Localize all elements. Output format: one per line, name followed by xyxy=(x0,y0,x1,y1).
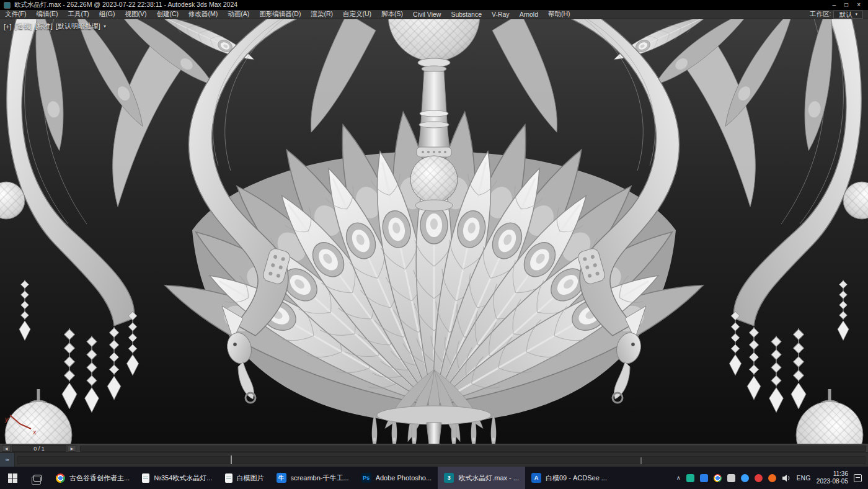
menu-rendering[interactable]: 渲染(R) xyxy=(306,10,338,19)
maximize-button[interactable]: □ xyxy=(844,0,848,10)
taskbar-app-label: Adobe Photosho... xyxy=(376,474,432,482)
track-bar-marker xyxy=(640,457,642,464)
task-view-icon xyxy=(33,475,42,482)
viewport-shading-menu[interactable]: [默认明暗处理] xyxy=(56,22,100,31)
workspace-selector[interactable]: 工作区: 默认 ▾ xyxy=(810,10,868,19)
viewport-pov-menu[interactable]: [透视] xyxy=(15,22,32,31)
menu-edit[interactable]: 编辑(E) xyxy=(31,10,63,19)
clock-time: 11:36 xyxy=(817,470,848,478)
document-icon xyxy=(142,473,149,483)
minimize-button[interactable]: – xyxy=(833,0,836,10)
menu-bar: 文件(F) 编辑(E) 工具(T) 组(G) 视图(V) 创建(C) 修改器(M… xyxy=(0,10,868,19)
taskbar-app-label: 古色谷香创作者主... xyxy=(69,473,130,483)
chevron-down-icon[interactable]: ▾ xyxy=(104,24,106,29)
clock-date: 2023-08-05 xyxy=(817,478,848,486)
task-view-button[interactable] xyxy=(25,467,50,489)
menu-customize[interactable]: 自定义(U) xyxy=(338,10,376,19)
taskbar-app-notes[interactable]: №354欧式水晶灯... xyxy=(136,467,218,489)
clock[interactable]: 11:36 2023-08-05 xyxy=(817,470,848,486)
taskbar: 古色谷香创作者主... №354欧式水晶灯... 白模图片 牛 screambn… xyxy=(0,467,868,489)
next-frame-button[interactable]: ▶ xyxy=(68,445,76,452)
taskbar-app-label: 欧式水晶灯.max - ... xyxy=(458,473,519,483)
frame-indicator[interactable]: 0 / 1 xyxy=(12,445,66,452)
menu-substance[interactable]: Substance xyxy=(446,11,487,18)
perspective-viewport[interactable]: y x [+] [透视] [标准] [默认明暗处理] ▾ xyxy=(0,19,868,444)
taskbar-app-label: 白模图片 xyxy=(237,473,264,483)
menu-vray[interactable]: V-Ray xyxy=(487,11,515,18)
taskbar-app-qianniu[interactable]: 牛 screambn-千牛工... xyxy=(270,467,355,489)
time-slider-row: ◀ 0 / 1 ▶ xyxy=(0,444,868,452)
menu-animation[interactable]: 动画(A) xyxy=(223,10,254,19)
chrome-icon xyxy=(56,473,65,483)
acdsee-icon: A xyxy=(531,473,541,483)
workspace-label: 工作区: xyxy=(810,10,831,19)
tray-chrome-icon[interactable] xyxy=(714,474,722,482)
taskbar-app-photoshop[interactable]: Ps Adobe Photosho... xyxy=(355,467,438,489)
track-bar-marker xyxy=(231,455,232,464)
title-bar[interactable]: 欧式水晶灯.max - 262.26M @ 2023-07-22 22:38:1… xyxy=(0,0,868,10)
action-center-icon[interactable] xyxy=(854,474,862,482)
workspace-value: 默认 xyxy=(839,11,852,18)
start-button[interactable] xyxy=(0,467,25,489)
tray-icon-blue[interactable] xyxy=(700,474,708,482)
menu-create[interactable]: 创建(C) xyxy=(152,10,184,19)
3dsmax-icon: 3 xyxy=(444,473,454,483)
menu-civil-view[interactable]: Civil View xyxy=(408,11,446,18)
close-button[interactable]: × xyxy=(857,0,861,10)
taskbar-app-3dsmax[interactable]: 3 欧式水晶灯.max - ... xyxy=(438,467,525,489)
tray-badge-orange[interactable] xyxy=(768,474,776,482)
app-icon xyxy=(4,2,11,9)
taskbar-app-images[interactable]: 白模图片 xyxy=(219,467,270,489)
taskbar-app-browser[interactable]: 古色谷香创作者主... xyxy=(50,467,136,489)
photoshop-icon: Ps xyxy=(361,473,371,483)
axis-x-label: x xyxy=(32,428,37,436)
tray-icon-gray[interactable] xyxy=(727,474,735,482)
taskbar-app-label: №354欧式水晶灯... xyxy=(154,473,212,483)
menu-group[interactable]: 组(G) xyxy=(94,10,120,19)
menu-graph-editors[interactable]: 图形编辑器(D) xyxy=(254,10,306,19)
menu-scripting[interactable]: 脚本(S) xyxy=(376,10,408,19)
tray-badge-red[interactable] xyxy=(755,474,763,482)
menu-file[interactable]: 文件(F) xyxy=(0,10,31,19)
taskbar-app-label: 白模09 - ACDSee ... xyxy=(546,473,607,483)
track-bar-groove[interactable] xyxy=(17,456,866,464)
viewport-general-menu[interactable]: [+] xyxy=(4,23,12,30)
taskbar-app-acdsee[interactable]: A 白模09 - ACDSee ... xyxy=(525,467,613,489)
language-indicator[interactable]: ENG xyxy=(797,475,811,482)
tray-search-icon[interactable] xyxy=(741,474,749,482)
track-bar[interactable]: ≈ xyxy=(0,452,868,467)
viewport-3d-scene[interactable]: y x xyxy=(0,19,868,444)
menu-modifiers[interactable]: 修改器(M) xyxy=(184,10,223,19)
taskbar-app-label: screambn-千牛工... xyxy=(291,473,349,483)
chevron-down-icon: ▾ xyxy=(855,11,857,18)
tray-overflow-chevron-icon[interactable]: ∧ xyxy=(676,475,681,481)
tray-icon-teal[interactable] xyxy=(686,474,694,482)
windows-logo-icon xyxy=(8,473,17,483)
volume-icon[interactable] xyxy=(782,474,791,482)
previous-frame-button[interactable]: ◀ xyxy=(2,445,11,452)
viewport-menus: [+] [透视] [标准] [默认明暗处理] ▾ xyxy=(4,22,106,31)
window-title: 欧式水晶灯.max - 262.26M @ 2023-07-22 22:38:1… xyxy=(14,1,237,9)
qianniu-icon: 牛 xyxy=(277,473,286,483)
menu-tools[interactable]: 工具(T) xyxy=(63,10,94,19)
menu-help[interactable]: 帮助(H) xyxy=(543,10,575,19)
document-icon xyxy=(225,473,232,483)
system-tray: ∧ ENG 11:36 2023-08-05 xyxy=(676,470,868,486)
viewport-standard-menu[interactable]: [标准] xyxy=(35,22,53,31)
mini-curve-editor-button[interactable]: ≈ xyxy=(0,453,15,467)
menu-views[interactable]: 视图(V) xyxy=(120,10,152,19)
menu-arnold[interactable]: Arnold xyxy=(515,11,543,18)
time-slider-track[interactable] xyxy=(80,446,866,452)
taskbar-apps: 古色谷香创作者主... №354欧式水晶灯... 白模图片 牛 screambn… xyxy=(50,467,613,489)
